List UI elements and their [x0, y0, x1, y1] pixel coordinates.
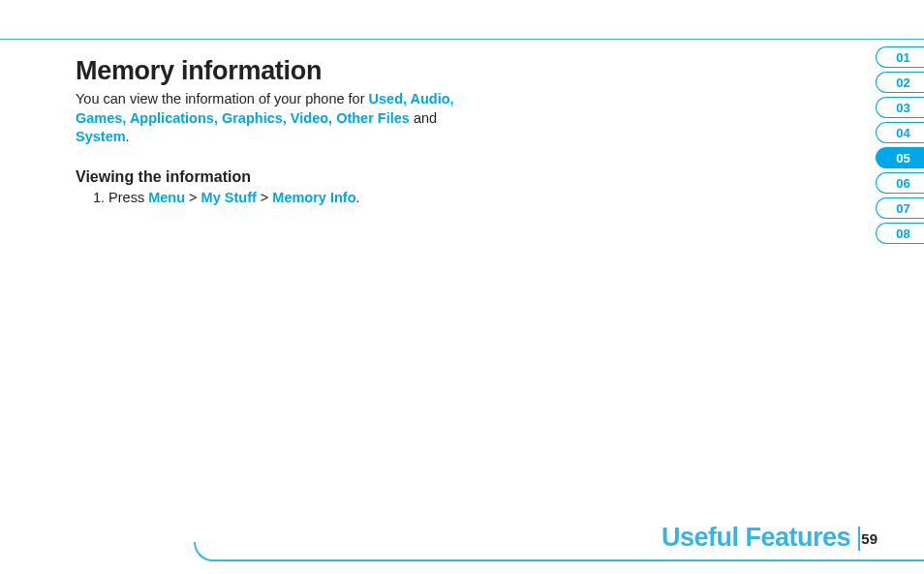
chapter-tab-06[interactable]: 06 [876, 172, 924, 194]
step-meminfo: Memory Info [272, 190, 355, 205]
step-menu: Menu [148, 190, 185, 205]
page-title: Memory information [76, 56, 482, 86]
chapter-tab-01[interactable]: 01 [876, 46, 924, 68]
section-title: Useful Features [662, 523, 850, 553]
chapter-tab-02[interactable]: 02 [876, 72, 924, 93]
main-content: Memory information You can view the info… [76, 56, 482, 205]
step-suffix: . [356, 190, 360, 205]
chapter-tab-08[interactable]: 08 [876, 223, 924, 244]
subheading: Viewing the information [76, 168, 482, 186]
footer-line [271, 559, 924, 561]
intro-text-mid: and [410, 110, 437, 126]
intro-text-suffix: . [126, 129, 130, 144]
chapter-tab-03[interactable]: 03 [876, 97, 924, 118]
chapter-tabs: 0102030405060708 [876, 46, 924, 244]
intro-text-prefix: You can view the information of your pho… [76, 91, 369, 106]
step-1: 1. Press Menu > My Stuff > Memory Info. [76, 190, 482, 205]
step-mystuff: My Stuff [201, 190, 257, 205]
top-divider [0, 39, 924, 40]
chapter-tab-05[interactable]: 05 [876, 147, 924, 168]
step-prefix: 1. Press [93, 190, 148, 205]
chapter-tab-04[interactable]: 04 [876, 122, 924, 143]
intro-highlight-system: System [76, 129, 126, 144]
step-sep1: > [185, 190, 201, 205]
page-number: 59 [861, 530, 878, 547]
intro-paragraph: You can view the information of your pho… [76, 90, 482, 147]
chapter-tab-07[interactable]: 07 [876, 197, 924, 219]
step-sep2: > [257, 190, 273, 205]
footer-curve [194, 542, 271, 561]
